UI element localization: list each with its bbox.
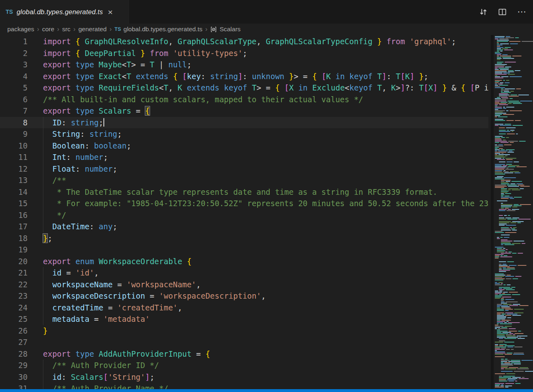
- code-line[interactable]: 14 * The DateTime scalar type represents…: [0, 186, 488, 198]
- code-text: Int: number;: [28, 151, 108, 163]
- code-line[interactable]: 31 /** Auth Provider Name */: [0, 383, 488, 389]
- line-number: 6: [0, 94, 28, 106]
- minimap[interactable]: [491, 35, 533, 389]
- tab-bar: TS global.db.types.generated.ts × ⋯: [0, 0, 533, 24]
- code-text: export enum WorkspaceOrderable {: [28, 256, 191, 267]
- code-line[interactable]: 1import { GraphQLResolveInfo, GraphQLSca…: [0, 36, 488, 47]
- code-line[interactable]: 29 /** Auth Provider ID */: [0, 360, 488, 371]
- line-number: 4: [0, 71, 28, 82]
- code-text: /** All built-in and custom scalars, map…: [28, 94, 363, 106]
- line-number: 17: [0, 221, 28, 233]
- code-text: Float: number;: [28, 163, 117, 175]
- code-text: */: [28, 209, 66, 221]
- line-number: 31: [0, 383, 28, 389]
- code-line[interactable]: 18};: [0, 233, 488, 244]
- line-number: 1: [0, 36, 28, 47]
- symbol-type-icon: [210, 26, 217, 33]
- breadcrumb: packages › core › src › generated › TS g…: [0, 24, 533, 35]
- code-line[interactable]: 28export type AddAuthProviderInput = {: [0, 348, 488, 360]
- breadcrumb-label: packages: [7, 26, 34, 33]
- code-area[interactable]: 1import { GraphQLResolveInfo, GraphQLSca…: [0, 36, 488, 389]
- code-line[interactable]: 4export type Exact<T extends { [key: str…: [0, 71, 488, 82]
- close-tab-icon[interactable]: ×: [108, 8, 113, 16]
- breadcrumb-label: global.db.types.generated.ts: [123, 26, 202, 33]
- line-number: 29: [0, 360, 28, 371]
- code-line[interactable]: 6/** All built-in and custom scalars, ma…: [0, 94, 488, 106]
- code-text: }: [28, 325, 47, 337]
- code-text: /** Auth Provider Name */: [28, 383, 168, 389]
- split-editor-icon[interactable]: [498, 8, 507, 16]
- code-line[interactable]: 27: [0, 336, 488, 348]
- breadcrumb-label: Scalars: [219, 26, 241, 33]
- editor-pane: 1import { GraphQLResolveInfo, GraphQLSca…: [0, 35, 533, 389]
- code-text: ID: string;: [28, 117, 104, 129]
- code-text: /** Auth Provider ID */: [28, 360, 159, 371]
- code-line[interactable]: 2import { DeepPartial } from 'utility-ty…: [0, 47, 488, 59]
- code-line[interactable]: 15 * For example: "1985-04-12T23:20:50.5…: [0, 198, 488, 209]
- breadcrumb-separator: ›: [110, 26, 112, 33]
- line-number: 9: [0, 128, 28, 140]
- breadcrumb-label: core: [42, 26, 54, 33]
- code-line[interactable]: 17 DateTime: any;: [0, 221, 488, 233]
- line-number: 5: [0, 82, 28, 94]
- code-line[interactable]: 7export type Scalars = {: [0, 105, 488, 117]
- line-number: 12: [0, 163, 28, 175]
- code-text: };: [28, 233, 52, 244]
- line-number: 25: [0, 313, 28, 325]
- code-line[interactable]: 10 Boolean: boolean;: [0, 140, 488, 152]
- code-text: id: Scalars['String'];: [28, 371, 155, 383]
- line-number: 27: [0, 336, 28, 348]
- code-text: * The DateTime scalar type represents da…: [28, 186, 437, 198]
- indent-guide: [43, 151, 43, 163]
- indent-guide: [43, 186, 43, 198]
- line-number: 10: [0, 140, 28, 152]
- code-line[interactable]: 16 */: [0, 209, 488, 221]
- code-text: DateTime: any;: [28, 221, 117, 233]
- tab-global-db-types-generated[interactable]: TS global.db.types.generated.ts ×: [0, 0, 129, 24]
- line-number: 15: [0, 198, 28, 209]
- code-line[interactable]: 20export enum WorkspaceOrderable {: [0, 256, 488, 267]
- indent-guide: [43, 174, 43, 186]
- breadcrumb-item-file[interactable]: TS global.db.types.generated.ts: [114, 26, 202, 33]
- line-number: 2: [0, 47, 28, 59]
- indent-guide: [43, 128, 43, 140]
- line-number: 3: [0, 59, 28, 71]
- code-line[interactable]: 19: [0, 244, 488, 256]
- code-line[interactable]: 9 String: string;: [0, 128, 488, 140]
- breadcrumb-separator: ›: [73, 26, 75, 33]
- line-number: 21: [0, 267, 28, 279]
- code-line[interactable]: 30 id: Scalars['String'];: [0, 371, 488, 383]
- code-text: import { DeepPartial } from 'utility-typ…: [28, 47, 247, 59]
- open-changes-icon[interactable]: [479, 8, 488, 16]
- code-line[interactable]: 23 workspaceDescription = 'workspaceDesc…: [0, 290, 488, 302]
- breadcrumb-item-core[interactable]: core: [42, 26, 54, 33]
- indent-guide: [43, 117, 43, 129]
- code-line[interactable]: 8 ID: string;: [0, 117, 488, 129]
- code-line[interactable]: 24 createdTime = 'createdTime',: [0, 302, 488, 314]
- breadcrumb-item-generated[interactable]: generated: [78, 26, 107, 33]
- typescript-file-icon: TS: [6, 9, 13, 15]
- breadcrumb-item-packages[interactable]: packages: [7, 26, 34, 33]
- code-line[interactable]: 21 id = 'id',: [0, 267, 488, 279]
- code-line[interactable]: 13 /**: [0, 174, 488, 186]
- more-actions-icon[interactable]: ⋯: [517, 7, 527, 16]
- code-line[interactable]: 26}: [0, 325, 488, 337]
- line-number: 26: [0, 325, 28, 337]
- line-number: 18: [0, 233, 28, 244]
- code-line[interactable]: 11 Int: number;: [0, 151, 488, 163]
- status-bar: [0, 389, 533, 392]
- breadcrumb-item-symbol-scalars[interactable]: Scalars: [210, 26, 241, 33]
- code-text: /**: [28, 174, 66, 186]
- indent-guide: [43, 163, 43, 175]
- code-line[interactable]: 25 metadata = 'metadata': [0, 313, 488, 325]
- line-number: 28: [0, 348, 28, 360]
- indent-guide: [43, 209, 43, 221]
- breadcrumb-item-src[interactable]: src: [62, 26, 71, 33]
- code-line[interactable]: 3export type Maybe<T> = T | null;: [0, 59, 488, 71]
- code-line[interactable]: 5export type RequireFields<T, K extends …: [0, 82, 488, 94]
- indent-guide: [43, 302, 43, 314]
- indent-guide: [43, 290, 43, 302]
- code-line[interactable]: 22 workspaceName = 'workspaceName',: [0, 279, 488, 291]
- line-number: 13: [0, 174, 28, 186]
- code-line[interactable]: 12 Float: number;: [0, 163, 488, 175]
